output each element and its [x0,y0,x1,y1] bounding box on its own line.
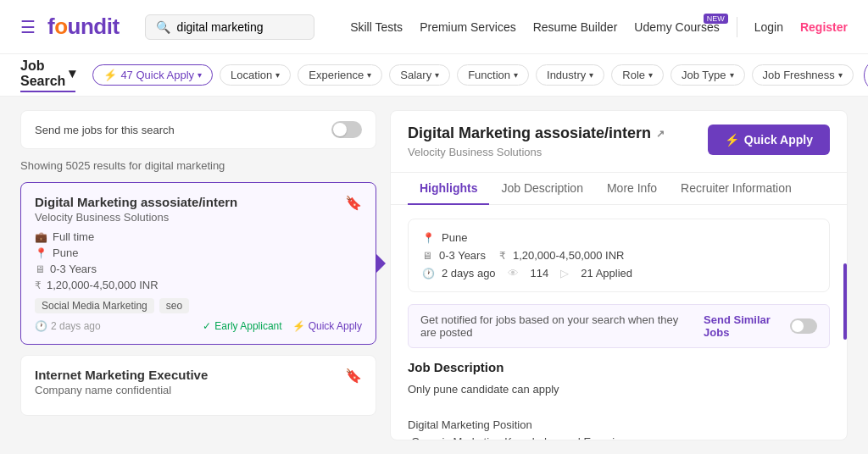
toggle-circle [333,123,347,136]
tab-job-description[interactable]: Job Description [489,173,595,205]
job-search-label[interactable]: Job Search ▾ [20,58,75,92]
info-location-row: 📍 Pune [422,231,815,244]
left-panel: Send me jobs for this search Showing 502… [20,110,376,440]
lightning-icon: ⚡ [103,69,117,81]
notify-bar: Get notified for jobs based on your sear… [408,304,830,348]
job-description-text: Only pune candidate can apply Digital Ma… [408,381,830,440]
job-experience-row: 🖥 0-3 Years [35,263,362,275]
alert-text: Send me jobs for this search [35,124,175,136]
quick-apply-icon: ⚡ [725,133,739,147]
info-clock-icon: 🕐 [422,268,435,280]
nav-udemy-courses[interactable]: Udemy Courses NEW [634,20,719,34]
salary-filter[interactable]: Salary ▾ [389,64,450,86]
register-button[interactable]: Register [800,20,848,34]
job-location-row: 📍 Pune [35,246,362,259]
alert-bar: Send me jobs for this search [20,110,376,149]
nav-links: Skill Tests Premium Services Resume Buil… [350,17,848,37]
search-input[interactable] [177,20,303,34]
location-icon: 📍 [35,247,47,259]
job-company-2: Company name confidential [35,384,362,396]
send-similar-toggle[interactable] [790,318,817,334]
send-similar-jobs-button[interactable]: Send Similar Jobs [704,313,783,339]
salary-icon: ₹ [35,280,42,291]
job-details-1: 💼 Full time 📍 Pune 🖥 0-3 Years ₹ 1,20,00… [35,230,362,291]
early-applicant-badge: ✓ Early Applicant [203,320,281,332]
search-bar: 🔍 [145,14,314,40]
quick-apply-small-button-1[interactable]: ⚡ Quick Apply [292,320,362,332]
quick-apply-filter[interactable]: ⚡ 47 Quick Apply ▾ [92,64,213,86]
job-footer-1: 🕐 2 days ago ✓ Early Applicant ⚡ Quick A… [35,320,362,332]
info-salary-icon: ₹ [499,250,506,262]
job-info-box: 📍 Pune 🖥 0-3 Years ₹ 1,20,000-4,50,000 I… [408,219,830,292]
main-content: Send me jobs for this search Showing 502… [0,97,868,454]
nav-premium-services[interactable]: Premium Services [420,20,516,34]
job-freshness-filter[interactable]: Job Freshness ▾ [752,64,854,86]
job-actions-1: ✓ Early Applicant ⚡ Quick Apply [203,320,362,332]
rp-job-title: Digital Marketing assosiate/intern ↗ [408,125,665,142]
location-filter[interactable]: Location ▾ [220,64,291,86]
alert-toggle[interactable] [331,121,362,138]
all-filters-button[interactable]: All Filters ⊞ [864,58,868,92]
logo: foundit [47,14,120,40]
job-time-1: 🕐 2 days ago [35,320,101,332]
tag-seo: seo [159,298,189,313]
external-link-icon[interactable]: ↗ [656,128,665,140]
info-exp-icon: 🖥 [422,250,432,262]
new-badge: NEW [704,14,728,24]
subheader: Job Search ▾ ⚡ 47 Quick Apply ▾ Location… [0,54,868,97]
job-card-1[interactable]: 🔖 Digital Marketing assosiate/intern Vel… [20,182,376,345]
function-filter[interactable]: Function ▾ [457,64,529,86]
job-salary-row: ₹ 1,20,000-4,50,000 INR [35,279,362,291]
tag-social-media: Social Media Marketing [35,298,154,313]
login-button[interactable]: Login [754,20,783,34]
rp-tabs: Highlights Job Description More Info Rec… [391,173,847,205]
nav-divider [737,17,737,37]
role-filter[interactable]: Role ▾ [611,64,664,86]
job-description-title: Job Description [408,360,830,374]
rp-job-company: Velocity Business Solutions [408,146,665,158]
bookmark-icon-1[interactable]: 🔖 [345,195,362,211]
experience-filter[interactable]: Experience ▾ [298,64,382,86]
right-panel: Digital Marketing assosiate/intern ↗ Vel… [390,110,848,440]
bookmark-icon-2[interactable]: 🔖 [345,368,362,384]
tab-more-info[interactable]: More Info [595,173,669,205]
job-card-arrow [376,253,386,274]
experience-icon: 🖥 [35,263,45,275]
rp-body: 📍 Pune 🖥 0-3 Years ₹ 1,20,000-4,50,000 I… [391,205,847,440]
search-icon: 🔍 [156,20,170,34]
logo-o: o [54,14,67,40]
right-panel-header: Digital Marketing assosiate/intern ↗ Vel… [391,111,847,173]
rp-job-info: Digital Marketing assosiate/intern ↗ Vel… [408,125,665,158]
job-card-2[interactable]: 🔖 Internet Marketing Executive Company n… [20,355,376,416]
info-meta-row: 🕐 2 days ago 👁 114 ▷ 21 Applied [422,267,815,280]
logo-rest: undit [68,14,120,40]
info-location-icon: 📍 [422,232,435,244]
tab-highlights[interactable]: Highlights [408,173,489,205]
job-title-2: Internet Marketing Executive [35,368,362,382]
info-experience-salary-row: 🖥 0-3 Years ₹ 1,20,000-4,50,000 INR [422,249,815,262]
lightning-sm-icon: ⚡ [292,320,305,332]
results-text: Showing 5025 results for digital marketi… [20,159,376,172]
scroll-indicator [843,263,847,340]
clock-icon: 🕐 [35,320,47,332]
nav-skill-tests[interactable]: Skill Tests [350,20,403,34]
logo-f: f [47,14,54,40]
job-type-row: 💼 Full time [35,230,362,243]
tab-recruiter-information[interactable]: Recruiter Information [669,173,804,205]
nav-resume-builder[interactable]: Resume Builder [533,20,618,34]
industry-filter[interactable]: Industry ▾ [536,64,604,86]
header: ☰ foundit 🔍 Skill Tests Premium Services… [0,0,868,54]
check-icon: ✓ [203,320,211,332]
job-company-1: Velocity Business Solutions [35,211,362,224]
job-title-1: Digital Marketing assosiate/intern [35,195,362,209]
hamburger-menu-icon[interactable]: ☰ [20,17,36,37]
send-similar-toggle-circle [792,320,804,332]
job-type-filter[interactable]: Job Type ▾ [670,64,745,86]
job-tags-1: Social Media Marketing seo [35,298,362,313]
briefcase-icon: 💼 [35,231,47,243]
quick-apply-button[interactable]: ⚡ Quick Apply [708,125,830,155]
